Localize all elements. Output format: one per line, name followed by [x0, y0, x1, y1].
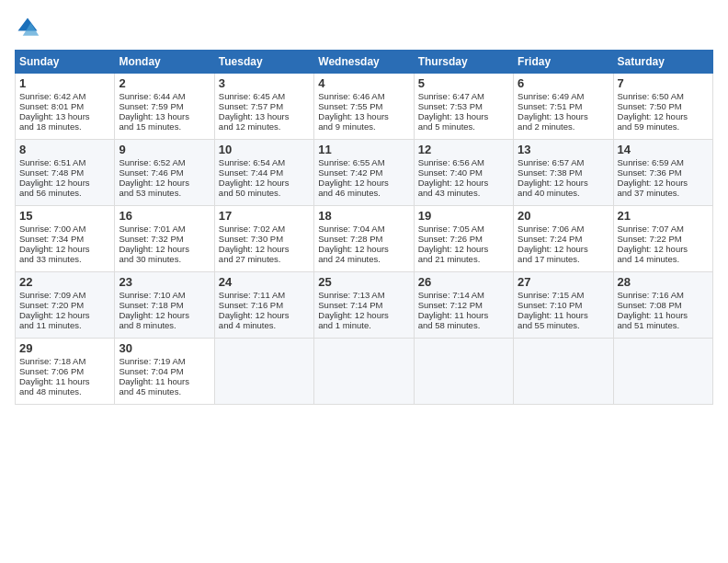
calendar-cell: 29Sunrise: 7:18 AMSunset: 7:06 PMDayligh…: [16, 339, 115, 405]
calendar-cell: 9Sunrise: 6:52 AMSunset: 7:46 PMDaylight…: [115, 140, 214, 206]
calendar-cell: 18Sunrise: 7:04 AMSunset: 7:28 PMDayligh…: [314, 206, 414, 272]
calendar-cell: 13Sunrise: 6:57 AMSunset: 7:38 PMDayligh…: [514, 140, 613, 206]
col-wednesday: Wednesday: [314, 51, 414, 74]
col-friday: Friday: [514, 51, 613, 74]
calendar-cell: [613, 339, 712, 405]
col-saturday: Saturday: [613, 51, 712, 74]
col-tuesday: Tuesday: [214, 51, 313, 74]
calendar-cell: 22Sunrise: 7:09 AMSunset: 7:20 PMDayligh…: [16, 272, 115, 339]
logo: [15, 15, 44, 40]
calendar-cell: 5Sunrise: 6:47 AMSunset: 7:53 PMDaylight…: [414, 74, 513, 140]
calendar-cell: 26Sunrise: 7:14 AMSunset: 7:12 PMDayligh…: [414, 272, 513, 339]
calendar-cell: 15Sunrise: 7:00 AMSunset: 7:34 PMDayligh…: [16, 206, 115, 272]
calendar-cell: [214, 339, 313, 405]
calendar-cell: 1Sunrise: 6:42 AMSunset: 8:01 PMDaylight…: [16, 74, 115, 140]
calendar-cell: 28Sunrise: 7:16 AMSunset: 7:08 PMDayligh…: [613, 272, 712, 339]
calendar-cell: [414, 339, 513, 405]
calendar-cell: 8Sunrise: 6:51 AMSunset: 7:48 PMDaylight…: [16, 140, 115, 206]
calendar-cell: 11Sunrise: 6:55 AMSunset: 7:42 PMDayligh…: [314, 140, 414, 206]
calendar-cell: 2Sunrise: 6:44 AMSunset: 7:59 PMDaylight…: [115, 74, 214, 140]
calendar-cell: 7Sunrise: 6:50 AMSunset: 7:50 PMDaylight…: [613, 74, 712, 140]
calendar-cell: 25Sunrise: 7:13 AMSunset: 7:14 PMDayligh…: [314, 272, 414, 339]
calendar-cell: 21Sunrise: 7:07 AMSunset: 7:22 PMDayligh…: [613, 206, 712, 272]
calendar-cell: 4Sunrise: 6:46 AMSunset: 7:55 PMDaylight…: [314, 74, 414, 140]
col-thursday: Thursday: [414, 51, 513, 74]
logo-icon: [15, 15, 40, 40]
calendar-cell: 16Sunrise: 7:01 AMSunset: 7:32 PMDayligh…: [115, 206, 214, 272]
calendar-cell: 20Sunrise: 7:06 AMSunset: 7:24 PMDayligh…: [514, 206, 613, 272]
calendar-cell: 30Sunrise: 7:19 AMSunset: 7:04 PMDayligh…: [115, 339, 214, 405]
calendar-cell: 17Sunrise: 7:02 AMSunset: 7:30 PMDayligh…: [214, 206, 313, 272]
calendar-cell: 10Sunrise: 6:54 AMSunset: 7:44 PMDayligh…: [214, 140, 313, 206]
calendar-cell: 3Sunrise: 6:45 AMSunset: 7:57 PMDaylight…: [214, 74, 313, 140]
calendar-cell: [314, 339, 414, 405]
calendar-cell: 27Sunrise: 7:15 AMSunset: 7:10 PMDayligh…: [514, 272, 613, 339]
col-monday: Monday: [115, 51, 214, 74]
calendar-cell: [514, 339, 613, 405]
calendar-cell: 23Sunrise: 7:10 AMSunset: 7:18 PMDayligh…: [115, 272, 214, 339]
calendar-cell: 6Sunrise: 6:49 AMSunset: 7:51 PMDaylight…: [514, 74, 613, 140]
col-sunday: Sunday: [16, 51, 115, 74]
calendar-cell: 14Sunrise: 6:59 AMSunset: 7:36 PMDayligh…: [613, 140, 712, 206]
calendar-cell: 12Sunrise: 6:56 AMSunset: 7:40 PMDayligh…: [414, 140, 513, 206]
calendar-cell: 19Sunrise: 7:05 AMSunset: 7:26 PMDayligh…: [414, 206, 513, 272]
calendar-cell: 24Sunrise: 7:11 AMSunset: 7:16 PMDayligh…: [214, 272, 313, 339]
